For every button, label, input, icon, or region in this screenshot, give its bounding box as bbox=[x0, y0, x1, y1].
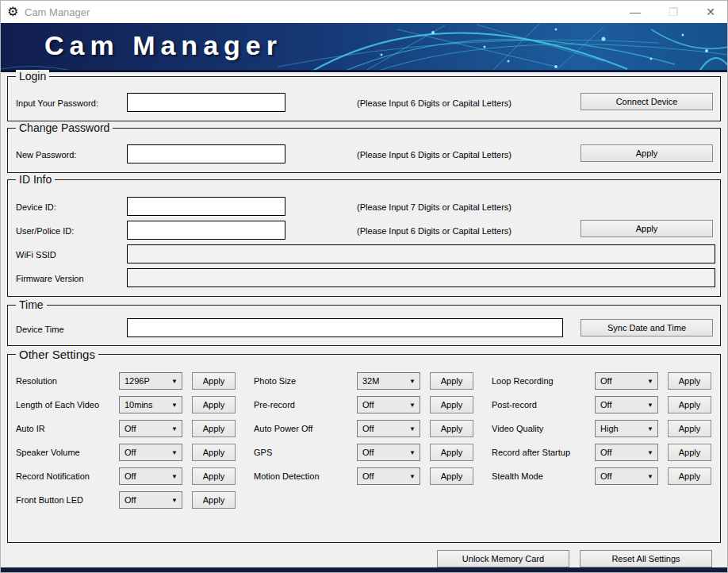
setting-label-auto-power-off: Auto Power Off bbox=[254, 424, 312, 433]
setting-label-photo-size: Photo Size bbox=[254, 376, 296, 386]
device-time-field[interactable] bbox=[127, 318, 563, 337]
setting-label-record-after-startup: Record after Startup bbox=[492, 448, 570, 457]
stealth-mode-dropdown[interactable]: Off▼ bbox=[595, 467, 658, 485]
setting-label-front-button-led: Front Button LED bbox=[16, 495, 83, 505]
post-record-dropdown[interactable]: Off▼ bbox=[595, 396, 658, 413]
setting-label-video-quality: Video Quality bbox=[492, 424, 543, 433]
firmware-version-label: Firmware Version bbox=[16, 274, 84, 283]
resolution-apply-button[interactable]: Apply bbox=[192, 372, 236, 390]
user-police-id-input[interactable] bbox=[127, 221, 285, 240]
record-after-startup-apply-button[interactable]: Apply bbox=[668, 444, 711, 461]
id-info-group: ID Info Device ID: (Please Input 7 Digit… bbox=[7, 179, 721, 297]
setting-label-loop-recording: Loop Recording bbox=[492, 376, 554, 386]
video-quality-apply-button[interactable]: Apply bbox=[668, 420, 711, 437]
footer-bar bbox=[1, 567, 728, 573]
maximize-button[interactable]: ❐ bbox=[660, 1, 687, 23]
record-after-startup-dropdown[interactable]: Off▼ bbox=[595, 444, 658, 461]
password-label: Input Your Password: bbox=[16, 98, 98, 108]
change-password-group: Change Password New Password: (Please In… bbox=[7, 128, 721, 173]
chevron-down-icon: ▼ bbox=[409, 473, 416, 480]
wifi-ssid-label: WiFi SSID bbox=[16, 250, 56, 260]
unlock-memory-card-button[interactable]: Unlock Memory Card bbox=[437, 550, 569, 567]
chevron-down-icon: ▼ bbox=[409, 425, 416, 433]
user-police-id-label: User/Police ID: bbox=[16, 226, 74, 236]
resolution-dropdown[interactable]: 1296P▼ bbox=[119, 372, 182, 390]
photo-size-dropdown[interactable]: 32M▼ bbox=[357, 372, 420, 390]
device-id-label: Device ID: bbox=[16, 202, 56, 212]
speaker-volume-dropdown[interactable]: Off▼ bbox=[119, 444, 182, 461]
minimize-button[interactable]: — bbox=[622, 1, 649, 23]
device-id-hint: (Please Input 7 Digits or Capital Letter… bbox=[357, 202, 512, 212]
pre-record-apply-button[interactable]: Apply bbox=[430, 396, 473, 413]
loop-recording-apply-button[interactable]: Apply bbox=[668, 372, 711, 390]
title-bar: ⚙ Cam Manager — ❐ ✕ bbox=[1, 1, 728, 23]
setting-label-speaker-volume: Speaker Volume bbox=[16, 448, 80, 457]
auto-power-off-dropdown[interactable]: Off▼ bbox=[357, 420, 420, 437]
reset-all-settings-button[interactable]: Reset All Settings bbox=[580, 550, 712, 567]
gps-apply-button[interactable]: Apply bbox=[430, 444, 473, 461]
front-button-led-dropdown[interactable]: Off▼ bbox=[119, 491, 182, 509]
chevron-down-icon: ▼ bbox=[647, 473, 653, 480]
chevron-down-icon: ▼ bbox=[647, 425, 653, 433]
device-time-label: Device Time bbox=[16, 325, 64, 334]
time-group: Time Device Time Sync Date and Time bbox=[7, 305, 721, 346]
photo-size-apply-button[interactable]: Apply bbox=[430, 372, 473, 390]
other-settings-group-title: Other Settings bbox=[16, 348, 98, 361]
motion-detection-dropdown[interactable]: Off▼ bbox=[357, 467, 420, 485]
chevron-down-icon: ▼ bbox=[409, 449, 416, 456]
setting-label-pre-record: Pre-record bbox=[254, 400, 295, 410]
time-group-title: Time bbox=[16, 298, 47, 311]
length-of-each-video-dropdown[interactable]: 10mins▼ bbox=[119, 396, 182, 413]
post-record-apply-button[interactable]: Apply bbox=[668, 396, 711, 413]
auto-ir-dropdown[interactable]: Off▼ bbox=[119, 420, 182, 437]
record-notification-dropdown[interactable]: Off▼ bbox=[119, 467, 182, 485]
password-hint: (Please Input 6 Digits or Capital Letter… bbox=[357, 98, 512, 108]
new-password-input[interactable] bbox=[127, 144, 285, 163]
change-password-apply-button[interactable]: Apply bbox=[580, 144, 713, 162]
change-password-group-title: Change Password bbox=[16, 121, 113, 134]
auto-power-off-apply-button[interactable]: Apply bbox=[430, 420, 473, 437]
auto-ir-apply-button[interactable]: Apply bbox=[192, 420, 236, 437]
chevron-down-icon: ▼ bbox=[647, 378, 653, 385]
chevron-down-icon: ▼ bbox=[171, 425, 178, 433]
banner-title: Cam Manager bbox=[44, 30, 282, 61]
firmware-version-field bbox=[127, 268, 715, 287]
chevron-down-icon: ▼ bbox=[171, 378, 178, 385]
user-police-id-hint: (Please Input 6 Digits or Capital Letter… bbox=[357, 226, 512, 236]
connect-device-button[interactable]: Connect Device bbox=[580, 93, 713, 110]
chevron-down-icon: ▼ bbox=[171, 402, 178, 409]
wifi-ssid-field bbox=[127, 244, 715, 263]
password-input[interactable] bbox=[127, 93, 285, 112]
close-button[interactable]: ✕ bbox=[697, 1, 724, 23]
gps-dropdown[interactable]: Off▼ bbox=[357, 444, 420, 461]
record-notification-apply-button[interactable]: Apply bbox=[192, 467, 236, 485]
length-of-each-video-apply-button[interactable]: Apply bbox=[192, 396, 236, 413]
id-info-group-title: ID Info bbox=[16, 173, 55, 186]
setting-label-auto-ir: Auto IR bbox=[16, 424, 45, 433]
front-button-led-apply-button[interactable]: Apply bbox=[192, 491, 236, 509]
chevron-down-icon: ▼ bbox=[171, 473, 178, 480]
setting-label-resolution: Resolution bbox=[16, 376, 57, 386]
id-info-apply-button[interactable]: Apply bbox=[580, 220, 713, 237]
setting-label-length-of-each-video: Length of Each Video bbox=[16, 400, 99, 410]
chevron-down-icon: ▼ bbox=[409, 402, 416, 409]
sync-date-time-button[interactable]: Sync Date and Time bbox=[580, 319, 713, 336]
stealth-mode-apply-button[interactable]: Apply bbox=[668, 467, 711, 485]
window-title: Cam Manager bbox=[25, 6, 90, 18]
chevron-down-icon: ▼ bbox=[647, 402, 653, 409]
motion-detection-apply-button[interactable]: Apply bbox=[430, 467, 473, 485]
setting-label-record-notification: Record Notification bbox=[16, 471, 90, 481]
setting-label-stealth-mode: Stealth Mode bbox=[492, 471, 543, 481]
chevron-down-icon: ▼ bbox=[409, 378, 416, 385]
login-group-title: Login bbox=[16, 70, 49, 83]
other-settings-group: Other Settings Resolution 1296P▼ Apply P… bbox=[7, 354, 721, 543]
device-id-input[interactable] bbox=[127, 197, 285, 216]
video-quality-dropdown[interactable]: High▼ bbox=[595, 420, 658, 437]
chevron-down-icon: ▼ bbox=[171, 449, 178, 456]
header-banner: Cam Manager bbox=[1, 23, 728, 72]
speaker-volume-apply-button[interactable]: Apply bbox=[192, 444, 236, 461]
setting-label-gps: GPS bbox=[254, 448, 272, 457]
setting-label-motion-detection: Motion Detection bbox=[254, 471, 320, 481]
pre-record-dropdown[interactable]: Off▼ bbox=[357, 396, 420, 413]
loop-recording-dropdown[interactable]: Off▼ bbox=[595, 372, 658, 390]
